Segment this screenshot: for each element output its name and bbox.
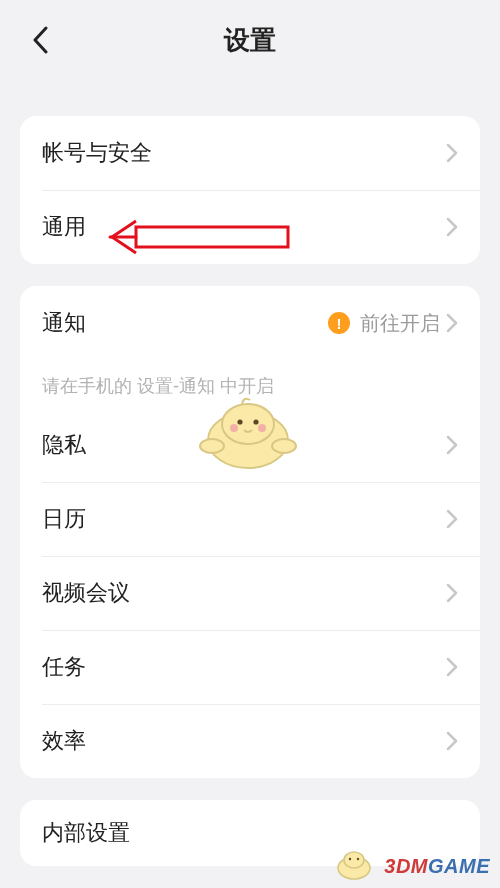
- row-label: 日历: [42, 504, 446, 534]
- row-label: 通用: [42, 212, 446, 242]
- chevron-right-icon: [446, 509, 458, 529]
- row-label: 任务: [42, 652, 446, 682]
- row-label: 视频会议: [42, 578, 446, 608]
- row-internal-settings[interactable]: 内部设置: [20, 800, 480, 866]
- row-label: 通知: [42, 308, 328, 338]
- row-label: 内部设置: [42, 818, 458, 848]
- chevron-right-icon: [446, 657, 458, 677]
- row-value: 前往开启: [360, 310, 440, 337]
- page-title: 设置: [224, 23, 276, 58]
- chevron-right-icon: [446, 731, 458, 751]
- back-button[interactable]: [20, 20, 60, 60]
- row-efficiency[interactable]: 效率: [20, 704, 480, 778]
- chevron-right-icon: [446, 313, 458, 333]
- chevron-left-icon: [32, 26, 48, 54]
- notifications-hint: 请在手机的 设置-通知 中开启: [20, 360, 480, 408]
- row-notifications[interactable]: 通知 ! 前往开启: [20, 286, 480, 360]
- row-label: 隐私: [42, 430, 446, 460]
- section-notifications: 通知 ! 前往开启 请在手机的 设置-通知 中开启 隐私 日历 视频会议 任务 …: [20, 286, 480, 778]
- chevron-right-icon: [446, 217, 458, 237]
- chevron-right-icon: [446, 143, 458, 163]
- row-video-conference[interactable]: 视频会议: [20, 556, 480, 630]
- chevron-right-icon: [446, 435, 458, 455]
- row-general[interactable]: 通用: [20, 190, 480, 264]
- row-label: 帐号与安全: [42, 138, 446, 168]
- warning-icon: !: [328, 312, 350, 334]
- chevron-right-icon: [446, 583, 458, 603]
- row-privacy[interactable]: 隐私: [20, 408, 480, 482]
- section-account: 帐号与安全 通用: [20, 116, 480, 264]
- row-calendar[interactable]: 日历: [20, 482, 480, 556]
- row-label: 效率: [42, 726, 446, 756]
- row-tasks[interactable]: 任务: [20, 630, 480, 704]
- section-internal: 内部设置: [20, 800, 480, 866]
- row-account-security[interactable]: 帐号与安全: [20, 116, 480, 190]
- header: 设置: [0, 0, 500, 80]
